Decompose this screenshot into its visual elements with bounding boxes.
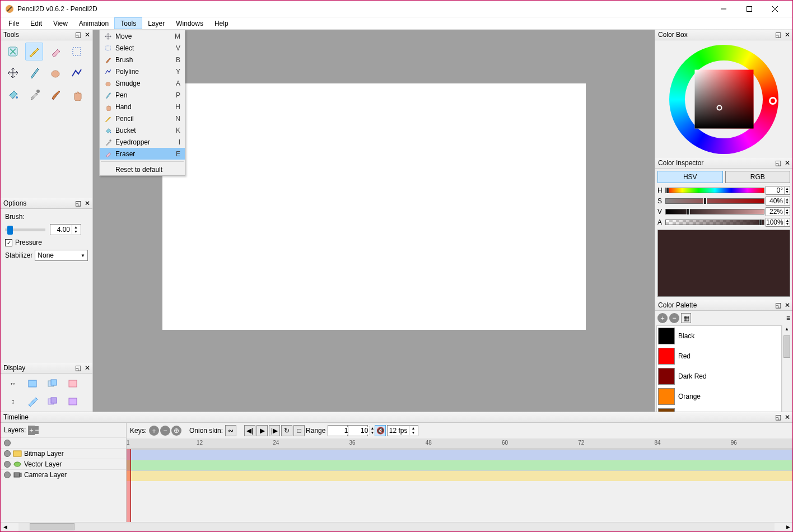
brush-size-slider[interactable]	[5, 228, 45, 231]
color-box-undock-button[interactable]: ◱	[773, 30, 782, 39]
palette-add-button[interactable]: ＋	[657, 313, 668, 323]
tool-hand-button[interactable]	[68, 85, 86, 103]
ci-V-value[interactable]: 22%▲▼	[766, 207, 790, 216]
menu-tools-select[interactable]: SelectV	[100, 42, 185, 54]
timeline-undock-button[interactable]: ◱	[773, 413, 782, 422]
menu-tools-brush[interactable]: BrushB	[100, 54, 185, 66]
track-bitmap[interactable]	[127, 449, 792, 460]
fps-spinbox[interactable]: ▲▼	[387, 425, 418, 436]
brush-size-spinbox[interactable]: ▲▼	[50, 224, 81, 235]
menu-tools-smudge[interactable]: SmudgeA	[100, 77, 185, 89]
hue-cursor[interactable]	[769, 97, 777, 105]
menu-tools-pencil[interactable]: PencilN	[100, 113, 185, 124]
color-inspector-close-button[interactable]: ✕	[783, 158, 792, 167]
palette-grid-button[interactable]: ▦	[681, 313, 691, 323]
layer-visibility-toggle[interactable]	[4, 472, 11, 478]
layer-bitmap[interactable]: Bitmap Layer	[1, 448, 126, 459]
tools-undock-button[interactable]: ◱	[73, 30, 82, 39]
track-vector[interactable]	[127, 460, 792, 470]
display-close-button[interactable]: ✕	[83, 363, 92, 372]
tool-pencil-button[interactable]	[25, 43, 43, 60]
range-to-input[interactable]	[348, 427, 370, 435]
menu-tools[interactable]: Tools	[114, 17, 142, 29]
key-add-button[interactable]: ＋	[149, 426, 159, 436]
mirror-h-button[interactable]: ↔	[5, 377, 21, 390]
menu-tools-eraser[interactable]: EraserE	[100, 148, 185, 160]
sv-picker[interactable]	[694, 70, 753, 129]
options-undock-button[interactable]: ◱	[73, 199, 82, 208]
ci-A-value[interactable]: 100%▲▼	[766, 218, 790, 227]
tools-close-button[interactable]: ✕	[83, 30, 92, 39]
stabilizer-dropdown[interactable]: None ▼	[35, 250, 88, 261]
close-button[interactable]	[762, 1, 788, 17]
menu-edit[interactable]: Edit	[25, 17, 48, 29]
ci-H-value[interactable]: 0°▲▼	[766, 186, 790, 195]
palette-scrollbar[interactable]: ▲▼	[782, 325, 791, 426]
key-duplicate-button[interactable]: ⊕	[171, 426, 181, 436]
palette-item[interactable]: Red	[657, 346, 781, 366]
tool-eyedropper-button[interactable]	[25, 85, 43, 103]
palette-remove-button[interactable]: −	[669, 313, 679, 323]
loop-button[interactable]: ↻	[281, 425, 292, 436]
ci-A-slider[interactable]	[665, 220, 764, 225]
range-to-spinbox[interactable]: ▲▼	[348, 425, 368, 436]
color-box-close-button[interactable]: ✕	[783, 30, 792, 39]
sound-button[interactable]: □	[293, 425, 305, 436]
palette-item[interactable]: Orange	[657, 386, 781, 407]
playhead[interactable]	[127, 449, 131, 522]
color-palette-close-button[interactable]: ✕	[783, 301, 792, 310]
canvas[interactable]	[162, 83, 586, 330]
menu-tools-polyline[interactable]: PolylineY	[100, 66, 185, 77]
play-last-button[interactable]: |▶	[269, 425, 280, 436]
pressure-checkbox[interactable]	[5, 239, 12, 246]
range-from-input[interactable]	[328, 427, 349, 435]
brush-size-input[interactable]	[50, 226, 72, 234]
play-first-button[interactable]: ◀|	[244, 425, 255, 436]
ci-tab-rgb[interactable]: RGB	[725, 171, 791, 183]
tool-polyline-button[interactable]	[68, 64, 86, 82]
range-from-spinbox[interactable]: ▲▼	[328, 425, 348, 436]
menu-tools-pen[interactable]: PenP	[100, 89, 185, 101]
palette-item[interactable]: Black	[657, 326, 781, 346]
onion-toggle-button[interactable]: ∾	[225, 425, 236, 436]
color-inspector-undock-button[interactable]: ◱	[773, 158, 782, 167]
timeline-close-button[interactable]: ✕	[783, 413, 792, 422]
layer-remove-button[interactable]: −	[35, 426, 39, 434]
track-camera[interactable]	[127, 470, 792, 481]
tool-pen-button[interactable]	[25, 64, 43, 82]
ci-tab-hsv[interactable]: HSV	[657, 171, 723, 183]
ci-S-slider[interactable]	[665, 198, 764, 204]
tool-move-button[interactable]	[4, 64, 22, 82]
palette-menu-button[interactable]: ≡	[786, 314, 790, 322]
palette-item[interactable]: Dark Red	[657, 366, 781, 386]
options-close-button[interactable]: ✕	[83, 199, 92, 208]
mirror-v-button[interactable]: ↕	[5, 395, 21, 408]
color-palette-undock-button[interactable]: ◱	[773, 301, 782, 310]
layer-vector[interactable]: Vector Layer	[1, 459, 126, 469]
mute-button[interactable]: 🔇	[375, 425, 386, 436]
timeline-tracks[interactable]: Keys: ＋ − ⊕ Onion skin: ∾ ◀| ▶ |▶ ↻ □ Ra…	[127, 423, 792, 522]
fps-input[interactable]	[388, 427, 409, 435]
layer-visibility-toggle[interactable]	[4, 461, 11, 468]
tool-brush-button[interactable]	[46, 85, 64, 103]
tool-bucket-button[interactable]	[4, 85, 22, 103]
play-button[interactable]: ▶	[256, 425, 268, 436]
menu-file[interactable]: File	[3, 17, 25, 29]
tool-eraser-button[interactable]	[46, 43, 64, 60]
key-remove-button[interactable]: −	[160, 426, 170, 436]
tool-smudge-button[interactable]	[46, 64, 64, 82]
layer-add-button[interactable]: ＋	[28, 426, 35, 435]
menu-tools-move[interactable]: MoveM	[100, 30, 185, 42]
menu-help[interactable]: Help	[209, 17, 234, 29]
layer-camera[interactable]: Camera Layer	[1, 469, 126, 480]
layer-visibility-toggle[interactable]	[4, 450, 11, 457]
sv-cursor[interactable]	[717, 105, 722, 111]
minimize-button[interactable]	[711, 1, 736, 17]
onion-next-button[interactable]	[66, 377, 81, 390]
onion-prev2-button[interactable]	[25, 395, 41, 408]
onion-next2-button[interactable]	[66, 395, 81, 408]
menu-tools-bucket[interactable]: BucketK	[100, 124, 185, 136]
menu-windows[interactable]: Windows	[170, 17, 209, 29]
all-visibility-toggle[interactable]	[4, 440, 11, 446]
menu-tools-reset[interactable]: Reset to default	[100, 164, 185, 175]
